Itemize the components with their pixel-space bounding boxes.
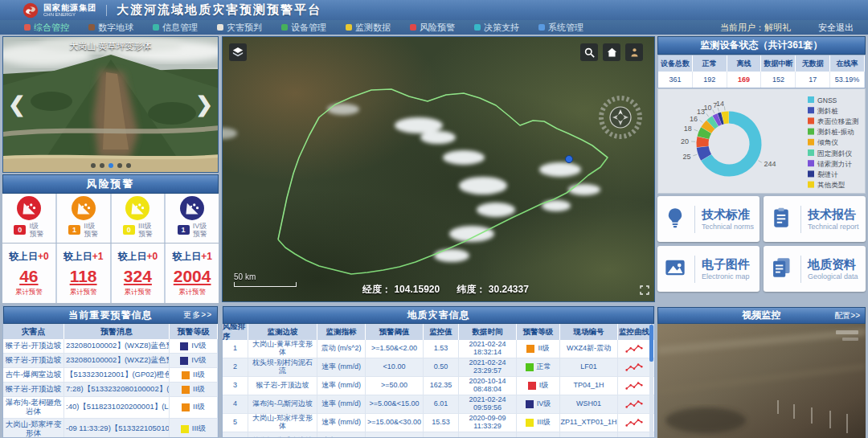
carousel-next-arrow[interactable]: ❯ (195, 94, 213, 115)
quick-link-bulb[interactable]: 技术标准Technical norms (657, 196, 760, 242)
quick-link-docs[interactable]: 地质资料Geological data (764, 246, 866, 292)
menu-item-6[interactable]: 监测数据 (346, 22, 391, 34)
geo-table-header: 风险排序监测边坡监测指标预警阈值监控值数据时间预警等级现场编号监控曲线 (223, 324, 654, 340)
menu-item-2[interactable]: 数字地球 (88, 22, 133, 34)
video-feed[interactable] (657, 324, 866, 438)
warning-row[interactable]: 猴子岩-开顶边坡7:28)【5133232080100002】(LF02…II级 (3, 383, 218, 397)
menu-item-1[interactable]: 综合管控 (24, 22, 69, 34)
map-search-icon[interactable] (580, 43, 598, 61)
risk-delta: 较上日+0 (118, 250, 158, 264)
current-user-label: 当前用户：解明礼 (720, 22, 791, 34)
warning-row[interactable]: 大岗山-郑家坪变形体-09 11:33:29)【513322105010000…… (3, 419, 218, 438)
legend-swatch (808, 117, 814, 124)
legend-swatch (808, 96, 814, 103)
carousel-dot[interactable] (91, 163, 96, 168)
risk-card-I级[interactable]: 0I级预警 (2, 194, 55, 243)
geo-curve[interactable] (618, 358, 651, 376)
carousel-dot[interactable] (117, 163, 122, 168)
geo-row[interactable]: 1大岗山-黄草坪变形体震动 (m/s^2)>=1.50&<2.001.53202… (223, 340, 654, 358)
geo-row[interactable]: 4瀑布沟-乌斯河边坡速率 (mm/d)>=5.00&<15.006.012021… (223, 395, 654, 414)
device-col-header: 无数据 (796, 55, 830, 72)
page-title: 大渡河流域地质灾害预测预警平台 (117, 2, 321, 18)
quick-link-report[interactable]: 技术报告Technical report (764, 196, 866, 242)
risk-card-IV级[interactable]: 1IV级预警 (166, 194, 219, 243)
risk-count-badge: 1 (68, 225, 80, 235)
geo-row[interactable]: 6枕头坝-朱千上边坡速率 (mm/d)>=50.00237.112020-10-… (223, 432, 654, 438)
geo-curve[interactable] (618, 377, 651, 395)
warning-row[interactable]: 猴子岩-开顶边坡232080100002】(WXZ2)蓝色预警：…IV级 (3, 354, 218, 368)
device-value: 361 (658, 72, 693, 88)
menu-item-5[interactable]: 设备管理 (281, 22, 326, 34)
map-home-icon[interactable] (603, 43, 620, 61)
carousel-dot[interactable] (108, 163, 113, 168)
video-config-link[interactable]: 配置>> (834, 310, 860, 321)
quick-link-title: 电子图件 (702, 257, 750, 272)
monitor-curve-icon[interactable] (625, 344, 643, 354)
geo-table-scrollbar[interactable] (649, 325, 653, 437)
carousel-prev-arrow[interactable]: ❮ (8, 94, 26, 115)
risk-stat-II级[interactable]: 较上日+1118累计预警 (57, 244, 110, 303)
menu-item-label: 监测数据 (355, 22, 391, 34)
risk-card-II级[interactable]: 1II级预警 (57, 194, 110, 243)
warning-row[interactable]: 瀑布沟-老柯砸危岩体:40)【5118231020200001】(LKM0…II… (3, 397, 218, 419)
warning-level-text: II级 (193, 370, 205, 380)
warning-row[interactable]: 吉牛-爆阀室边坡【513323012001】(GP02)橙色预警…II级 (3, 368, 218, 383)
logout-button[interactable]: 安全退出 (818, 22, 854, 34)
geo-time: 2020-10-13 (459, 432, 517, 438)
carousel-dot[interactable] (126, 163, 131, 168)
fullscreen-icon[interactable] (640, 285, 649, 297)
geo-row[interactable]: 2枕头坝-别村沟泥石流速率 (mm/d)<10.000.502021-02-24… (223, 358, 654, 377)
warning-level-swatch (182, 403, 190, 411)
geo-level: III级 (517, 414, 560, 432)
risk-card-III级[interactable]: 0III级预警 (112, 194, 165, 243)
monitor-curve-icon[interactable] (625, 418, 643, 428)
site-photo-carousel[interactable]: 大岗山·黄草坪变形体 ❮ ❯ (2, 36, 219, 173)
quick-links: 技术标准Technical norms技术报告Technical report电… (657, 196, 866, 296)
risk-level-label: IV级预警 (193, 222, 207, 239)
risk-stat-IV级[interactable]: 较上日+12004累计预警 (166, 244, 219, 303)
legend-label: 裂缝计 (817, 170, 838, 178)
geo-threshold: >=1.50&<2.00 (366, 340, 424, 358)
legend-swatch (808, 182, 814, 188)
menu-item-7[interactable]: 风险预警 (410, 22, 455, 34)
menu-item-label: 数字地球 (98, 22, 133, 34)
warning-row[interactable]: 猴子岩-开顶边坡232080100002】(WXZ8)蓝色预警：…IV级 (3, 339, 218, 354)
donut-segment-裂缝计 (719, 118, 723, 119)
map-compass-control[interactable] (598, 95, 643, 140)
warning-more-link[interactable]: 更多>> (183, 309, 212, 321)
geo-site-no: ZP11_XTP01_1H (560, 414, 618, 432)
warning-level: III级 (170, 419, 218, 438)
risk-cumulative-count: 324 (124, 267, 152, 286)
menu-item-9[interactable]: 系统管理 (538, 22, 583, 34)
device-col-header: 离线 (727, 55, 762, 72)
menu-item-3[interactable]: 信息管理 (153, 22, 198, 34)
layers-icon[interactable] (229, 43, 247, 61)
carousel-dot[interactable] (100, 163, 104, 168)
menu-item-4[interactable]: 灾害预判 (217, 22, 262, 34)
geo-curve[interactable] (618, 414, 651, 432)
device-value: 17 (796, 72, 830, 88)
geo-curve[interactable] (618, 340, 651, 358)
monitor-curve-icon[interactable] (625, 381, 643, 391)
monitor-curve-icon[interactable] (625, 399, 643, 409)
risk-warning-cards: 0I级预警1II级预警0III级预警1IV级预警 (2, 194, 219, 243)
risk-stat-I级[interactable]: 较上日+046累计预警 (2, 244, 55, 303)
geo-row[interactable]: 5大岗山-郑家坪变形体速率 (mm/d)>=15.00&<30.0015.532… (223, 414, 654, 432)
quick-link-text: 电子图件Electronic map (702, 257, 750, 280)
geo-curve[interactable] (618, 432, 651, 438)
risk-stat-III级[interactable]: 较上日+0324累计预警 (112, 244, 165, 303)
geo-table-body: 1大岗山-黄草坪变形体震动 (m/s^2)>=1.50&<2.001.53202… (223, 340, 654, 438)
menu-item-8[interactable]: 决策支持 (474, 22, 519, 34)
warning-site: 猴子岩-开顶边坡 (3, 383, 64, 396)
geo-value: 237.11 (424, 432, 459, 438)
geo-row[interactable]: 3猴子岩-开顶边坡速率 (mm/d)>=50.00162.352020-10-1… (223, 377, 654, 395)
donut-segment-测斜桩-振动 (703, 130, 706, 137)
device-table-row: 设备总数正常离线数据中断无数据在线率 (658, 55, 865, 72)
monitor-curve-icon[interactable] (625, 362, 643, 372)
device-col-header: 数据中断 (761, 55, 796, 72)
geo-curve[interactable] (618, 395, 651, 413)
map-streetview-icon[interactable] (625, 43, 643, 61)
quick-link-emap[interactable]: 电子图件Electronic map (657, 246, 760, 292)
satellite-map[interactable]: 50 km 经度： 104.15920 纬度： 30.24337 (222, 36, 655, 302)
video-monitor-title: 视频监控 (743, 309, 781, 322)
